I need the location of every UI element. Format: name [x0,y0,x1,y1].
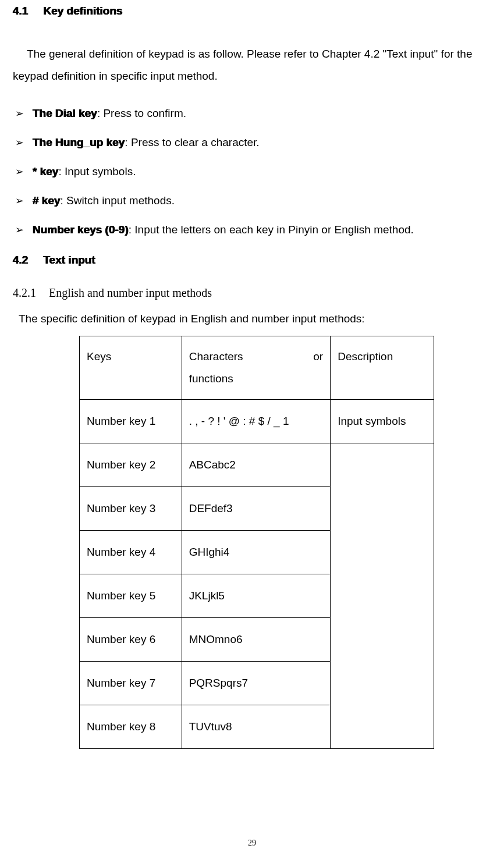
cell-chars: JKLjkl5 [182,574,331,618]
list-item: The Dial key: Press to confirm. [13,107,491,120]
cell-chars: MNOmno6 [182,618,331,662]
term: The Dial key [33,107,97,119]
cell-key: Number key 6 [80,618,182,662]
section-421-number: 4.2.1 [13,286,36,300]
term: Number keys (0-9) [33,223,129,236]
table-row: Number key 2 ABCabc2 [80,443,434,487]
list-item: The Hung_up key: Press to clear a charac… [13,136,491,149]
cell-key: Number key 3 [80,487,182,531]
term: # key [33,194,61,207]
cell-key: Number key 7 [80,662,182,705]
table-intro: The specific definition of keypad in Eng… [13,312,491,325]
page-number: 29 [248,839,256,848]
desc: : Input symbols. [58,165,136,177]
term: The Hung_up key [33,136,125,148]
table-row: Number key 1 . , - ? ! ' @ : # $ / _ 1 I… [80,400,434,443]
list-item: * key: Input symbols. [13,165,491,178]
section-41-number: 4.1 [13,5,28,17]
desc: : Press to clear a character. [125,136,259,148]
header-keys: Keys [80,336,182,400]
cell-key: Number key 5 [80,574,182,618]
keypad-table: Keys Charactersor functions Description … [79,336,434,749]
term: * key [33,165,58,177]
list-item: # key: Switch input methods. [13,194,491,207]
section-41-title: Key definitions [43,5,122,17]
section-41-heading: 4.1Key definitions [13,5,491,17]
table-header-row: Keys Charactersor functions Description [80,336,434,400]
cell-chars: ABCabc2 [182,443,331,487]
cell-key: Number key 2 [80,443,182,487]
cell-desc: Input symbols [331,400,434,443]
cell-chars: TUVtuv8 [182,705,331,749]
section-42-heading: 4.2Text input [13,254,491,267]
cell-key: Number key 4 [80,531,182,574]
desc: : Input the letters on each key in Pinyi… [129,223,414,236]
header-characters: Charactersor functions [182,336,331,400]
section-41-intro: The general definition of keypad is as f… [13,43,491,87]
cell-chars: . , - ? ! ' @ : # $ / _ 1 [182,400,331,443]
section-42-title: Text input [43,254,95,266]
cell-chars: DEFdef3 [182,487,331,531]
section-421-title: English and number input methods [49,286,212,299]
cell-chars: GHIghi4 [182,531,331,574]
cell-desc-merged [331,443,434,749]
cell-chars: PQRSpqrs7 [182,662,331,705]
header-description: Description [331,336,434,400]
desc: : Switch input methods. [61,194,175,207]
key-definitions-list: The Dial key: Press to confirm. The Hung… [13,107,491,236]
section-421-heading: 4.2.1English and number input methods [13,286,491,300]
desc: : Press to confirm. [97,107,186,119]
section-42-number: 4.2 [13,254,28,267]
cell-key: Number key 8 [80,705,182,749]
list-item: Number keys (0-9): Input the letters on … [13,223,491,236]
cell-key: Number key 1 [80,400,182,443]
